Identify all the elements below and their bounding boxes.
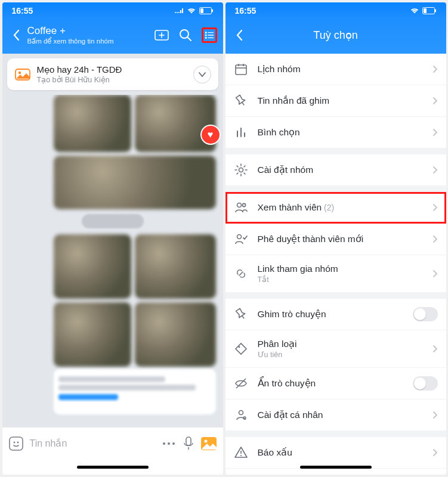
svg-rect-33 [424,8,427,13]
svg-point-44 [237,235,241,239]
pinned-message-card[interactable]: Mẹo hay 24h - TGDĐ Tạo bởi Bùi Hữu Kiện [7,58,218,90]
status-bar: 16:55 [2,2,223,19]
chevron-right-icon [432,203,438,212]
report-icon [234,445,248,460]
option-sublabel: Ưu tiên [258,350,423,359]
personal-icon [234,408,248,422]
members-icon [234,200,248,215]
option-count: (2) [322,203,334,212]
option-row-link[interactable]: Link tham gia nhómTắt [225,255,446,293]
status-icons [410,7,437,14]
svg-point-24 [163,442,165,445]
back-button[interactable] [8,27,24,43]
options-list[interactable]: Lịch nhómTin nhắn đã ghimBình chọnCài đặ… [225,54,446,475]
option-row-tag[interactable]: Phân loạiƯu tiên [225,330,446,368]
option-label: Cài đặt nhóm [258,165,423,175]
options-menu-button[interactable] [202,27,217,43]
hide-icon [234,376,248,391]
svg-point-47 [239,411,243,415]
screen-chat: 16:55 Coffee + Bấm để xem thông tin nhóm [2,2,223,475]
option-row-pinned[interactable]: Tin nhắn đã ghim [225,85,446,117]
svg-point-25 [168,442,170,445]
chevron-right-icon [432,448,438,457]
chat-title: Coffee + [27,25,154,37]
option-text: Bình chọn [258,127,423,138]
svg-point-41 [239,168,243,172]
add-media-button[interactable] [154,27,169,43]
chat-header: Coffee + Bấm để xem thông tin nhóm [2,19,223,54]
sticker-button[interactable] [8,436,24,451]
svg-point-50 [240,455,242,456]
toggle-switch[interactable] [413,376,438,391]
option-row-calendar[interactable]: Lịch nhóm [225,54,446,85]
chat-title-block[interactable]: Coffee + Bấm để xem thông tin nhóm [24,25,154,45]
option-label: Cài đặt cá nhân [258,410,423,420]
svg-point-42 [237,203,241,207]
status-time: 16:55 [235,6,257,16]
option-row-poll[interactable]: Bình chọn [225,117,446,148]
expand-pinned-button[interactable] [193,66,211,83]
option-row-members[interactable]: Xem thành viên (2) [225,192,446,224]
toggle-switch[interactable] [413,307,438,321]
svg-point-20 [18,71,20,73]
back-button[interactable] [231,27,247,43]
option-label: Phân loại [258,339,423,349]
option-row-approve[interactable]: Phê duyệt thành viên mới [225,224,446,255]
heart-reaction-icon: ♥ [202,126,220,144]
chevron-right-icon [432,128,438,137]
status-time: 16:55 [12,6,33,16]
option-label: Link tham gia nhóm [258,264,423,274]
option-row-personal[interactable]: Cài đặt cá nhân [225,399,446,431]
pinned-title: Mẹo hay 24h - TGDĐ [37,64,187,75]
option-label: Ẩn trò chuyện [258,378,403,389]
message-input[interactable]: Tin nhắn [30,438,155,449]
svg-rect-7 [200,8,203,13]
option-text: Ẩn trò chuyện [258,378,403,389]
svg-rect-6 [212,10,213,13]
voice-button[interactable] [183,436,194,451]
page-title: Tuỳ chọn [313,29,357,42]
system-message [81,214,143,228]
pinned-icon [234,94,248,108]
option-row-hide[interactable]: Ẩn trò chuyện [225,368,446,399]
section-gap [225,148,446,154]
option-label: Lịch nhóm [258,64,423,75]
option-sublabel: Tắt [258,275,423,284]
chevron-right-icon [432,345,438,353]
option-text: Lịch nhóm [258,64,423,75]
svg-rect-4 [182,8,183,13]
option-row-pinchat[interactable]: Ghim trò chuyện [225,299,446,330]
image-button[interactable] [200,436,217,451]
svg-point-22 [13,441,15,443]
option-label: Tin nhắn đã ghim [258,95,423,106]
more-button[interactable] [161,441,177,447]
option-text: Phân loạiƯu tiên [258,339,423,359]
chevron-right-icon [432,411,438,419]
svg-point-17 [205,37,206,38]
section-gap [225,431,446,437]
status-bar: 16:55 [225,2,446,19]
option-text: Xem thành viên (2) [258,202,423,213]
approve-icon [234,232,248,246]
link-icon [234,267,248,281]
message-input-bar: Tin nhắn [2,427,223,459]
chat-messages[interactable]: ♥ [2,95,223,427]
svg-line-46 [236,379,246,388]
option-label: Phê duyệt thành viên mới [258,234,423,244]
chevron-right-icon [432,235,438,243]
option-row-settings[interactable]: Cài đặt nhóm [225,154,446,186]
section-gap [225,293,446,299]
svg-point-15 [205,35,206,36]
chevron-right-icon [432,65,438,73]
svg-rect-3 [180,10,181,13]
message-card [54,369,216,414]
svg-point-2 [178,12,180,13]
home-indicator [225,459,446,475]
pinchat-icon [234,307,248,321]
svg-rect-32 [435,10,436,13]
status-icons [174,7,214,14]
chevron-right-icon [432,270,438,278]
search-button[interactable] [178,27,193,43]
pinned-icon [14,66,31,83]
section-gap [225,186,446,192]
